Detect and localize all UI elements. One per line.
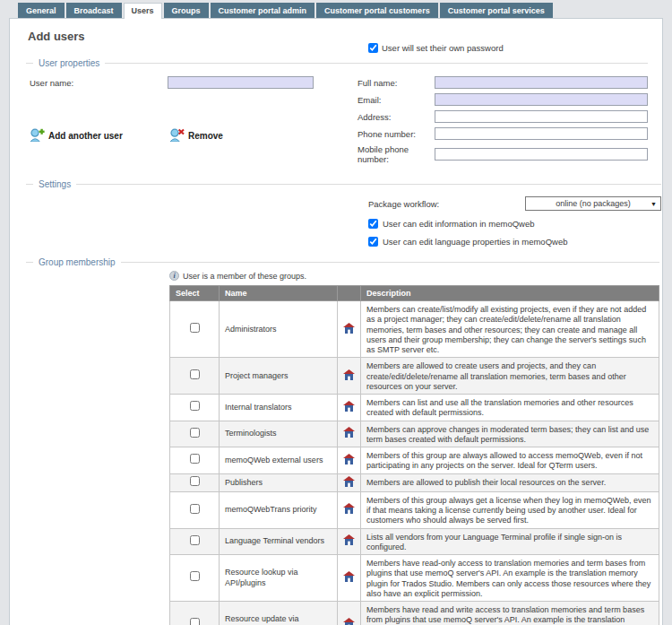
group-name: memoQWeb external users (220, 447, 338, 474)
group-description: Members of this group always get a licen… (361, 491, 659, 528)
column-header-select: Select (170, 286, 220, 301)
user-add-icon (30, 128, 45, 143)
column-header-description: Description (361, 286, 659, 301)
user-can-edit-information-in-memoqweb-row: User can edit information in memoQweb (368, 219, 661, 229)
tab-groups[interactable]: Groups (164, 3, 209, 18)
column-header-icon (338, 286, 361, 301)
address-label: Address: (358, 112, 435, 122)
user-can-edit-information-in-memoqweb-label: User can edit information in memoQweb (383, 219, 535, 229)
section-user-properties: User properties User name: Add another u… (26, 58, 648, 174)
group-description: Members can approve changes in moderated… (361, 421, 659, 447)
column-header-name: Name (220, 286, 338, 301)
group-name: Resource update via API/plugins (220, 602, 338, 625)
group-row-publishers: PublishersMembers are allowed to publish… (170, 473, 659, 491)
group-select-checkbox-terminologists[interactable] (190, 428, 200, 438)
group-membership-info: i User is a member of these groups. (169, 271, 659, 281)
password-checkbox-label: User will set their own password (382, 43, 504, 53)
group-name: Project managers (220, 358, 338, 395)
add-another-user-button[interactable]: Add another user (30, 128, 169, 143)
group-description: Members are allowed to publish their loc… (361, 473, 659, 491)
house-icon (343, 538, 355, 547)
group-name: Language Terminal vendors (220, 528, 338, 555)
password-checkbox[interactable] (368, 43, 378, 53)
group-select-checkbox-memoqweb-external-users[interactable] (190, 454, 200, 464)
user-can-edit-language-properties-in-memoqweb-label: User can edit language properties in mem… (383, 237, 567, 247)
group-row-language-terminal-vendors: Language Terminal vendorsLists all vendo… (170, 528, 659, 555)
package-workflow-label: Package workflow: (368, 199, 525, 209)
group-membership-table: Select Name Description AdministratorsMe… (169, 285, 659, 625)
mobile-phone-number-input[interactable] (435, 148, 648, 161)
group-row-internal-translators: Internal translatorsMembers can list and… (170, 395, 659, 421)
house-icon (343, 575, 355, 584)
house-icon (343, 430, 355, 439)
user-remove-icon (169, 128, 185, 143)
user-name-input[interactable] (168, 76, 314, 89)
chevron-down-icon: ▼ (650, 201, 657, 207)
group-name: Terminologists (220, 421, 338, 447)
group-description: Members have read and write access to tr… (361, 602, 659, 625)
user-name-label: User name: (26, 78, 168, 88)
package-workflow-select[interactable]: online (no packages) ▼ (525, 196, 661, 211)
package-workflow-value: online (no packages) (556, 199, 631, 208)
content-panel: Add users User will set their own passwo… (9, 18, 663, 625)
phone-number-label: Phone number: (358, 129, 435, 139)
user-properties-legend: User properties (33, 58, 105, 68)
user-properties-right: Full name:Email:Address:Phone number:Mob… (358, 76, 648, 169)
house-icon (343, 326, 355, 335)
user-can-edit-language-properties-in-memoqweb-row: User can edit language properties in mem… (368, 237, 661, 247)
group-select-checkbox-resource-update-via-api-plugins[interactable] (190, 618, 200, 625)
tab-users[interactable]: Users (124, 3, 162, 19)
remove-label: Remove (188, 131, 223, 141)
group-name: Administrators (220, 301, 338, 358)
user-can-edit-information-in-memoqweb-checkbox[interactable] (368, 219, 378, 229)
email-label: Email: (358, 95, 435, 105)
add-another-user-label: Add another user (48, 131, 123, 141)
tab-customer-portal-services[interactable]: Customer portal services (440, 3, 553, 18)
section-settings: Settings Package workflow: online (no pa… (26, 179, 661, 252)
full-name-input[interactable] (435, 76, 648, 89)
group-description: Lists all vendors from your Language Ter… (361, 528, 659, 555)
group-row-terminologists: TerminologistsMembers can approve change… (170, 421, 659, 447)
remove-button[interactable]: Remove (169, 128, 223, 143)
settings-legend: Settings (33, 179, 76, 189)
group-row-memoqwebtrans-priority: memoQWebTrans priorityMembers of this gr… (170, 491, 659, 528)
tab-bar: GeneralBroadcastUsersGroupsCustomer port… (9, 0, 663, 18)
group-select-checkbox-resource-lookup-via-api-plugins[interactable] (190, 571, 200, 581)
user-can-edit-language-properties-in-memoqweb-checkbox[interactable] (368, 237, 378, 247)
house-icon (343, 404, 355, 413)
group-name: Publishers (220, 473, 338, 491)
group-row-memoqweb-external-users: memoQWeb external usersMembers of this g… (170, 447, 659, 474)
phone-number-input[interactable] (435, 127, 648, 140)
page: GeneralBroadcastUsersGroupsCustomer port… (0, 0, 672, 625)
info-icon: i (169, 271, 179, 281)
house-icon (343, 457, 355, 466)
section-group-membership: Group membership i User is a member of t… (26, 257, 659, 625)
group-membership-legend: Group membership (33, 257, 121, 267)
mobile-phone-number-label: Mobile phone number: (358, 144, 435, 164)
full-name-label: Full name: (358, 78, 435, 88)
tab-general[interactable]: General (18, 3, 65, 18)
address-input[interactable] (435, 110, 648, 123)
tab-broadcast[interactable]: Broadcast (66, 3, 122, 18)
group-select-checkbox-administrators[interactable] (190, 323, 200, 333)
group-select-checkbox-language-terminal-vendors[interactable] (190, 535, 200, 545)
group-row-resource-lookup-via-api-plugins: Resource lookup via API/pluginsMembers h… (170, 555, 659, 602)
group-select-checkbox-project-managers[interactable] (190, 369, 200, 379)
group-name: memoQWebTrans priority (220, 491, 338, 528)
group-row-project-managers: Project managersMembers are allowed to c… (170, 358, 659, 395)
group-select-checkbox-memoqwebtrans-priority[interactable] (190, 504, 200, 514)
group-name: Internal translators (220, 395, 338, 421)
tab-customer-portal-admin[interactable]: Customer portal admin (211, 3, 315, 18)
house-icon (343, 507, 355, 516)
group-description: Members of this group are always allowed… (361, 447, 659, 474)
page-title: Add users (28, 30, 662, 43)
group-select-checkbox-internal-translators[interactable] (190, 401, 200, 411)
settings-checkboxes: User can edit information in memoQwebUse… (368, 219, 661, 247)
tab-customer-portal-customers[interactable]: Customer portal customers (316, 3, 438, 18)
group-select-checkbox-publishers[interactable] (190, 476, 200, 486)
house-icon (343, 373, 355, 382)
email-input[interactable] (435, 93, 648, 106)
house-icon (343, 480, 355, 489)
group-row-resource-update-via-api-plugins: Resource update via API/pluginsMembers h… (170, 602, 659, 625)
house-icon (343, 621, 355, 625)
